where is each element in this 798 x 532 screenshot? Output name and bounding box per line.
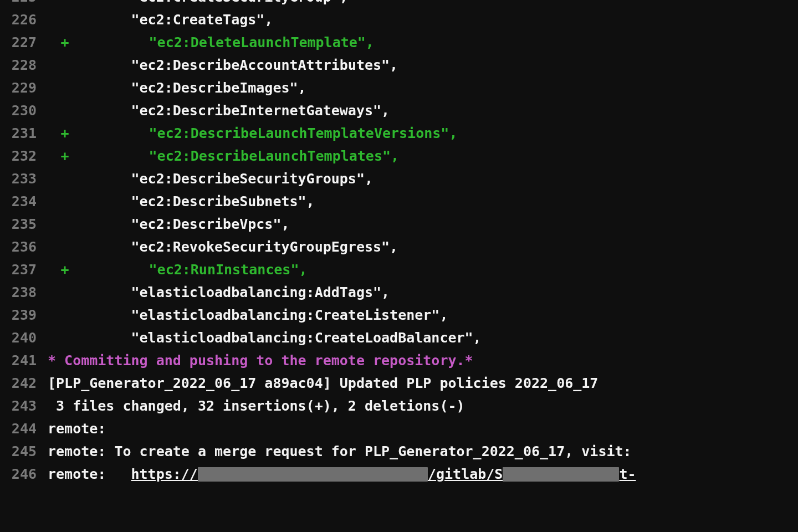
line-number: 227: [0, 31, 37, 54]
terminal-line: 237 + "ec2:RunInstances",: [0, 258, 798, 281]
terminal-line: 226 "ec2:CreateTags",: [0, 8, 798, 31]
code-token: "ec2:RevokeSecurityGroupEgress",: [131, 239, 398, 255]
terminal-line: 233 "ec2:DescribeSecurityGroups",: [0, 167, 798, 190]
code-token: remote: To create a merge request for PL…: [48, 443, 632, 459]
code-token: "ec2:CreateTags",: [131, 12, 273, 28]
line-content: remote:: [37, 417, 106, 440]
code-token: "ec2:DescribeLaunchTemplates",: [149, 148, 400, 164]
code-token: "ec2:DeleteLaunchTemplate",: [149, 34, 374, 50]
code-token: "ec2:DescribeAccountAttributes",: [131, 57, 398, 73]
line-number: 231: [0, 122, 37, 145]
line-number: 243: [0, 395, 37, 417]
line-content: "elasticloadbalancing:AddTags",: [37, 281, 390, 304]
diff-add-marker: +: [56, 122, 74, 145]
line-number: 229: [0, 76, 37, 99]
code-token: "ec2:DescribeInternetGateways",: [131, 103, 390, 119]
line-number: 246: [0, 463, 37, 485]
terminal-line: 243 3 files changed, 32 insertions(+), 2…: [0, 395, 798, 417]
line-content: "ec2:DescribeSubnets",: [37, 190, 315, 213]
terminal-line: 229 "ec2:DescribeImages",: [0, 76, 798, 99]
code-token: * Committing and pushing to the remote r…: [48, 352, 473, 369]
line-number: 242: [0, 372, 37, 395]
line-content: + "ec2:RunInstances",: [37, 258, 308, 281]
terminal-line: 244remote:: [0, 417, 798, 440]
line-number: 228: [0, 54, 37, 76]
code-token: "ec2:DescribeLaunchTemplateVersions",: [149, 125, 458, 141]
code-token: "ec2:DescribeSecurityGroups",: [131, 171, 374, 187]
terminal-line: 239 "elasticloadbalancing:CreateListener…: [0, 304, 798, 326]
line-number: 233: [0, 167, 37, 190]
terminal-line: 246 remote: https:///gitlab/St-: [0, 463, 798, 485]
line-number: 241: [0, 349, 37, 372]
terminal-line: 245remote: To create a merge request for…: [0, 440, 798, 463]
terminal-line: 241* Committing and pushing to the remot…: [0, 349, 798, 372]
line-number: 230: [0, 99, 37, 122]
line-content: 3 files changed, 32 insertions(+), 2 del…: [37, 395, 465, 417]
line-number: 226: [0, 8, 37, 31]
terminal-line: 232 + "ec2:DescribeLaunchTemplates",: [0, 145, 798, 167]
line-number: 237: [0, 258, 37, 281]
diff-add-marker: +: [56, 31, 74, 54]
line-number: 234: [0, 190, 37, 213]
code-token: "ec2:CreateSecurityGroup",: [131, 0, 348, 5]
line-content: "ec2:RevokeSecurityGroupEgress",: [37, 236, 398, 258]
code-token: "elasticloadbalancing:CreateLoadBalancer…: [131, 330, 482, 346]
code-token: 3 files changed, 32 insertions(+), 2 del…: [48, 398, 465, 414]
line-number: 225: [0, 0, 37, 8]
code-token: "elasticloadbalancing:CreateListener",: [131, 307, 448, 323]
line-number: 238: [0, 281, 37, 304]
diff-add-marker: +: [56, 145, 74, 167]
code-token: [PLP_Generator_2022_06_17 a89ac04] Updat…: [48, 375, 598, 391]
code-token: "ec2:DescribeImages",: [131, 80, 306, 96]
line-number: 245: [0, 440, 37, 463]
terminal-line: 240 "elasticloadbalancing:CreateLoadBala…: [0, 326, 798, 349]
terminal-line: 225 "ec2:CreateSecurityGroup",: [0, 0, 798, 8]
line-content: "ec2:DescribeImages",: [37, 76, 306, 99]
line-number: 239: [0, 304, 37, 326]
line-content: * Committing and pushing to the remote r…: [37, 349, 473, 372]
terminal-line: 234 "ec2:DescribeSubnets",: [0, 190, 798, 213]
line-content: "elasticloadbalancing:CreateListener",: [37, 304, 448, 326]
line-content: "ec2:DescribeAccountAttributes",: [37, 54, 398, 76]
line-content: + "ec2:DescribeLaunchTemplateVersions",: [37, 122, 457, 145]
redacted-url: https:///gitlab/St-: [131, 466, 636, 482]
terminal-output: 225 "ec2:CreateSecurityGroup",226 "ec2:C…: [0, 0, 798, 532]
code-token: "ec2:DescribeSubnets",: [131, 193, 315, 209]
line-number: 235: [0, 213, 37, 236]
line-content: "elasticloadbalancing:CreateLoadBalancer…: [37, 326, 482, 349]
line-content: + "ec2:DescribeLaunchTemplates",: [37, 145, 399, 167]
code-token: "ec2:RunInstances",: [149, 262, 308, 278]
line-number: 236: [0, 236, 37, 258]
line-content: "ec2:DescribeVpcs",: [37, 213, 290, 236]
terminal-line: 227 + "ec2:DeleteLaunchTemplate",: [0, 31, 798, 54]
code-token: "ec2:DescribeVpcs",: [131, 216, 290, 232]
terminal-line: 236 "ec2:RevokeSecurityGroupEgress",: [0, 236, 798, 258]
diff-and-log-lines: 225 "ec2:CreateSecurityGroup",226 "ec2:C…: [0, 0, 798, 463]
line-content: "ec2:DescribeSecurityGroups",: [37, 167, 373, 190]
code-token: remote:: [48, 421, 106, 437]
line-content: "ec2:DescribeInternetGateways",: [37, 99, 390, 122]
terminal-line: 238 "elasticloadbalancing:AddTags",: [0, 281, 798, 304]
terminal-line: 235 "ec2:DescribeVpcs",: [0, 213, 798, 236]
line-number: 240: [0, 326, 37, 349]
diff-add-marker: +: [56, 258, 74, 281]
line-content: remote: To create a merge request for PL…: [37, 440, 632, 463]
line-content: [PLP_Generator_2022_06_17 a89ac04] Updat…: [37, 372, 598, 395]
terminal-line: 230 "ec2:DescribeInternetGateways",: [0, 99, 798, 122]
terminal-line: 231 + "ec2:DescribeLaunchTemplateVersion…: [0, 122, 798, 145]
code-token: "elasticloadbalancing:AddTags",: [131, 284, 390, 300]
terminal-line: 242[PLP_Generator_2022_06_17 a89ac04] Up…: [0, 372, 798, 395]
line-content: "ec2:CreateTags",: [37, 8, 273, 31]
line-content: + "ec2:DeleteLaunchTemplate",: [37, 31, 374, 54]
terminal-line: 228 "ec2:DescribeAccountAttributes",: [0, 54, 798, 76]
line-content: "ec2:CreateSecurityGroup",: [37, 0, 348, 8]
line-number: 232: [0, 145, 37, 167]
line-content: remote: https:///gitlab/St-: [37, 463, 636, 485]
line-number: 244: [0, 417, 37, 440]
